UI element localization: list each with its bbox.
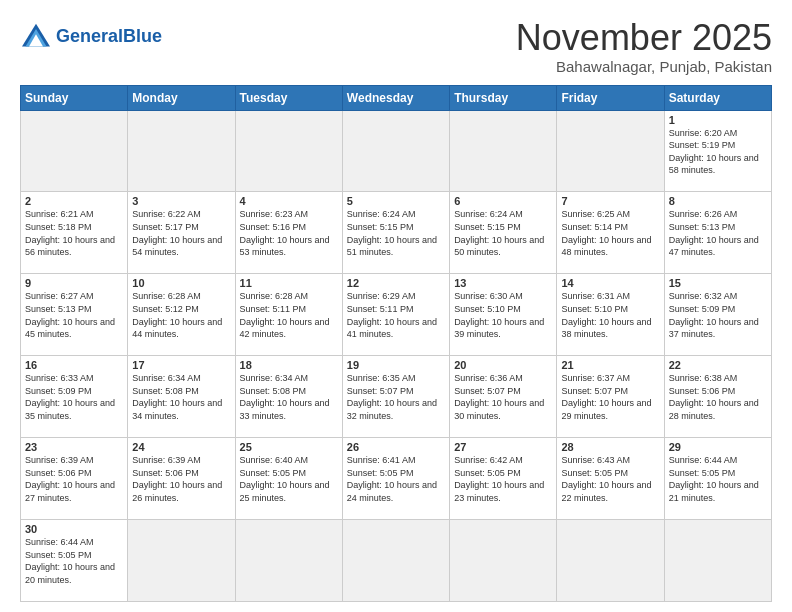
day-8: 8 Sunrise: 6:26 AMSunset: 5:13 PMDayligh… <box>664 192 771 274</box>
day-14: 14 Sunrise: 6:31 AMSunset: 5:10 PMDaylig… <box>557 274 664 356</box>
logo-text: GeneralBlue <box>56 27 162 45</box>
empty-cell <box>235 110 342 192</box>
calendar: Sunday Monday Tuesday Wednesday Thursday… <box>20 85 772 602</box>
day-10: 10 Sunrise: 6:28 AMSunset: 5:12 PMDaylig… <box>128 274 235 356</box>
empty-cell <box>450 110 557 192</box>
day-26: 26 Sunrise: 6:41 AMSunset: 5:05 PMDaylig… <box>342 438 449 520</box>
day-17: 17 Sunrise: 6:34 AMSunset: 5:08 PMDaylig… <box>128 356 235 438</box>
day-23: 23 Sunrise: 6:39 AMSunset: 5:06 PMDaylig… <box>21 438 128 520</box>
day-7: 7 Sunrise: 6:25 AMSunset: 5:14 PMDayligh… <box>557 192 664 274</box>
week-row-4: 16 Sunrise: 6:33 AMSunset: 5:09 PMDaylig… <box>21 356 772 438</box>
empty-cell <box>235 520 342 602</box>
day-12: 12 Sunrise: 6:29 AMSunset: 5:11 PMDaylig… <box>342 274 449 356</box>
header-tuesday: Tuesday <box>235 85 342 110</box>
weekday-header-row: Sunday Monday Tuesday Wednesday Thursday… <box>21 85 772 110</box>
day-13: 13 Sunrise: 6:30 AMSunset: 5:10 PMDaylig… <box>450 274 557 356</box>
week-row-2: 2 Sunrise: 6:21 AMSunset: 5:18 PMDayligh… <box>21 192 772 274</box>
header-wednesday: Wednesday <box>342 85 449 110</box>
day-15: 15 Sunrise: 6:32 AMSunset: 5:09 PMDaylig… <box>664 274 771 356</box>
day-22: 22 Sunrise: 6:38 AMSunset: 5:06 PMDaylig… <box>664 356 771 438</box>
logo-icon <box>20 22 52 50</box>
day-9: 9 Sunrise: 6:27 AMSunset: 5:13 PMDayligh… <box>21 274 128 356</box>
empty-cell <box>450 520 557 602</box>
day-1: 1 Sunrise: 6:20 AMSunset: 5:19 PMDayligh… <box>664 110 771 192</box>
title-block: November 2025 Bahawalnagar, Punjab, Paki… <box>516 18 772 75</box>
day-19: 19 Sunrise: 6:35 AMSunset: 5:07 PMDaylig… <box>342 356 449 438</box>
day-6: 6 Sunrise: 6:24 AMSunset: 5:15 PMDayligh… <box>450 192 557 274</box>
day-11: 11 Sunrise: 6:28 AMSunset: 5:11 PMDaylig… <box>235 274 342 356</box>
week-row-6: 30 Sunrise: 6:44 AMSunset: 5:05 PMDaylig… <box>21 520 772 602</box>
header-monday: Monday <box>128 85 235 110</box>
day-21: 21 Sunrise: 6:37 AMSunset: 5:07 PMDaylig… <box>557 356 664 438</box>
empty-cell <box>557 110 664 192</box>
page: GeneralBlue November 2025 Bahawalnagar, … <box>0 0 792 612</box>
day-29: 29 Sunrise: 6:44 AMSunset: 5:05 PMDaylig… <box>664 438 771 520</box>
location: Bahawalnagar, Punjab, Pakistan <box>516 58 772 75</box>
day-27: 27 Sunrise: 6:42 AMSunset: 5:05 PMDaylig… <box>450 438 557 520</box>
empty-cell <box>128 520 235 602</box>
day-18: 18 Sunrise: 6:34 AMSunset: 5:08 PMDaylig… <box>235 356 342 438</box>
header-thursday: Thursday <box>450 85 557 110</box>
day-16: 16 Sunrise: 6:33 AMSunset: 5:09 PMDaylig… <box>21 356 128 438</box>
day-3: 3 Sunrise: 6:22 AMSunset: 5:17 PMDayligh… <box>128 192 235 274</box>
day-28: 28 Sunrise: 6:43 AMSunset: 5:05 PMDaylig… <box>557 438 664 520</box>
empty-cell <box>128 110 235 192</box>
day-30: 30 Sunrise: 6:44 AMSunset: 5:05 PMDaylig… <box>21 520 128 602</box>
header: GeneralBlue November 2025 Bahawalnagar, … <box>20 18 772 75</box>
logo: GeneralBlue <box>20 22 162 50</box>
header-sunday: Sunday <box>21 85 128 110</box>
week-row-1: 1 Sunrise: 6:20 AMSunset: 5:19 PMDayligh… <box>21 110 772 192</box>
empty-cell <box>557 520 664 602</box>
day-4: 4 Sunrise: 6:23 AMSunset: 5:16 PMDayligh… <box>235 192 342 274</box>
empty-cell <box>21 110 128 192</box>
day-5: 5 Sunrise: 6:24 AMSunset: 5:15 PMDayligh… <box>342 192 449 274</box>
week-row-3: 9 Sunrise: 6:27 AMSunset: 5:13 PMDayligh… <box>21 274 772 356</box>
day-20: 20 Sunrise: 6:36 AMSunset: 5:07 PMDaylig… <box>450 356 557 438</box>
day-25: 25 Sunrise: 6:40 AMSunset: 5:05 PMDaylig… <box>235 438 342 520</box>
logo-general: General <box>56 26 123 46</box>
week-row-5: 23 Sunrise: 6:39 AMSunset: 5:06 PMDaylig… <box>21 438 772 520</box>
day-2: 2 Sunrise: 6:21 AMSunset: 5:18 PMDayligh… <box>21 192 128 274</box>
empty-cell <box>342 110 449 192</box>
logo-blue: Blue <box>123 26 162 46</box>
empty-cell <box>342 520 449 602</box>
month-title: November 2025 <box>516 18 772 58</box>
empty-cell <box>664 520 771 602</box>
header-friday: Friday <box>557 85 664 110</box>
day-24: 24 Sunrise: 6:39 AMSunset: 5:06 PMDaylig… <box>128 438 235 520</box>
header-saturday: Saturday <box>664 85 771 110</box>
